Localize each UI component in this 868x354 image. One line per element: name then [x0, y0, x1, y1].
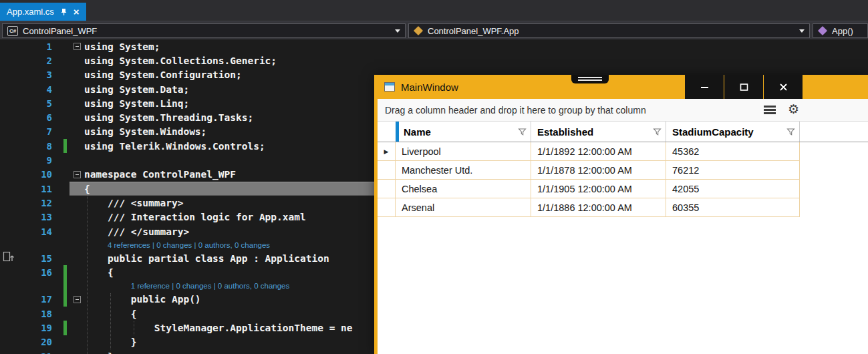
line-number[interactable]: 5	[20, 98, 52, 109]
line-number[interactable]: 17	[20, 294, 52, 305]
code-text[interactable]: /// <summary>	[84, 198, 183, 208]
breakpoint-margin[interactable]	[0, 110, 20, 124]
row-indicator-cell[interactable]	[378, 161, 396, 180]
table-cell[interactable]: 60355	[666, 198, 800, 217]
line-number[interactable]: 16	[20, 267, 52, 278]
table-cell[interactable]: Chelsea	[396, 180, 531, 198]
breakpoint-margin[interactable]	[0, 153, 20, 167]
fold-collapse-icon[interactable]	[74, 296, 81, 303]
line-number[interactable]: 1	[20, 41, 52, 52]
breakpoint-margin[interactable]	[0, 335, 20, 349]
code-text[interactable]: namespace ControlPanel_WPF	[84, 169, 236, 180]
line-number[interactable]: 15	[20, 253, 52, 264]
filter-icon[interactable]	[653, 128, 662, 136]
column-header-name[interactable]: Name	[396, 122, 531, 142]
code-text[interactable]: public App()	[84, 294, 201, 305]
breakpoint-margin[interactable]	[0, 39, 20, 53]
breakpoint-margin[interactable]	[0, 182, 20, 196]
table-row[interactable]: ▶Liverpool1/1/1892 12:00:00 AM45362	[378, 142, 868, 161]
breakpoint-margin[interactable]	[0, 265, 20, 279]
breakpoint-margin[interactable]	[0, 96, 20, 110]
breakpoint-margin[interactable]	[0, 68, 20, 82]
code-text[interactable]: StyleManager.ApplicationTheme = ne	[84, 323, 353, 333]
breakpoint-margin[interactable]	[0, 307, 20, 321]
touch-drag-handle[interactable]	[571, 75, 609, 83]
table-row[interactable]: Arsenal1/1/1886 12:00:00 AM60355	[378, 198, 868, 217]
line-number[interactable]: 14	[20, 226, 52, 237]
code-text[interactable]: }	[84, 351, 114, 354]
type-dropdown[interactable]: ControlPanel_WPF.App	[408, 23, 810, 38]
filter-icon[interactable]	[518, 128, 527, 136]
close-tab-icon[interactable]: ×	[74, 7, 80, 17]
member-dropdown[interactable]: App()	[813, 23, 868, 38]
line-number[interactable]: 4	[20, 84, 52, 95]
code-text[interactable]: {	[84, 267, 114, 278]
settings-gear-icon[interactable]: ⚙	[788, 102, 799, 116]
table-cell[interactable]: 45362	[666, 142, 800, 161]
table-row[interactable]: Chelsea1/1/1905 12:00:00 AM42055	[378, 180, 868, 198]
filter-icon[interactable]	[786, 128, 795, 136]
code-text[interactable]: using System.Linq;	[84, 98, 189, 109]
breakpoint-margin[interactable]	[0, 251, 20, 265]
table-cell[interactable]: 76212	[666, 161, 800, 180]
fold-collapse-icon[interactable]	[74, 43, 81, 50]
breakpoint-margin[interactable]	[0, 125, 20, 139]
line-number[interactable]: 11	[20, 184, 52, 194]
breakpoint-margin[interactable]	[0, 293, 20, 307]
line-number[interactable]: 18	[20, 309, 52, 319]
line-number[interactable]: 9	[20, 155, 52, 166]
code-text[interactable]: using System.Threading.Tasks;	[84, 112, 253, 123]
code-text[interactable]: using System.Configuration;	[84, 69, 242, 80]
codelens-text[interactable]: 4 references | 0 changes | 0 authors, 0 …	[84, 241, 270, 249]
column-header-established[interactable]: Established	[531, 122, 666, 142]
row-indicator-cell[interactable]: ▶	[378, 142, 396, 161]
breakpoint-margin[interactable]	[0, 238, 20, 251]
row-indicator-cell[interactable]	[378, 198, 396, 217]
group-panel[interactable]: Drag a column header and drop it here to…	[378, 99, 868, 122]
line-number[interactable]: 12	[20, 198, 52, 208]
table-row[interactable]: Manchester Utd.1/1/1878 12:00:00 AM76212	[378, 161, 868, 180]
window-titlebar[interactable]: MainWindow	[378, 75, 868, 99]
code-text[interactable]: using System.Collections.Generic;	[84, 55, 277, 66]
code-text[interactable]: /// </summary>	[84, 226, 189, 237]
code-text[interactable]: using Telerik.Windows.Controls;	[84, 141, 265, 152]
table-cell[interactable]: 1/1/1878 12:00:00 AM	[531, 161, 666, 180]
table-cell[interactable]: 1/1/1905 12:00:00 AM	[531, 180, 666, 198]
breakpoint-margin[interactable]	[0, 53, 20, 67]
fold-collapse-icon[interactable]	[74, 171, 81, 178]
maximize-button[interactable]	[724, 75, 763, 99]
code-text[interactable]: /// Interaction logic for App.xaml	[84, 212, 306, 222]
minimize-button[interactable]	[685, 75, 724, 99]
line-number[interactable]: 2	[20, 55, 52, 66]
project-dropdown[interactable]: C# ControlPanel_WPF	[2, 23, 406, 38]
breakpoint-margin[interactable]	[0, 321, 20, 335]
line-number[interactable]: 20	[20, 337, 52, 347]
code-line[interactable]: 2using System.Collections.Generic;	[0, 53, 868, 67]
code-text[interactable]: public partial class App : Application	[84, 253, 329, 264]
line-number[interactable]: 6	[20, 112, 52, 123]
code-text[interactable]: using System.Windows;	[84, 126, 206, 137]
table-cell[interactable]: 1/1/1886 12:00:00 AM	[531, 198, 666, 217]
breakpoint-margin[interactable]	[0, 224, 20, 238]
close-button[interactable]	[764, 75, 803, 99]
line-number[interactable]: 13	[20, 212, 52, 222]
breakpoint-margin[interactable]	[0, 168, 20, 182]
code-text[interactable]: }	[84, 337, 137, 347]
tab-app-xaml-cs[interactable]: App.xaml.cs ×	[0, 3, 86, 21]
table-cell[interactable]: Liverpool	[396, 142, 531, 161]
pin-icon[interactable]	[60, 8, 67, 16]
breakpoint-margin[interactable]	[0, 82, 20, 96]
column-header-stadiumcapacity[interactable]: StadiumCapacity	[666, 122, 800, 142]
breakpoint-margin[interactable]	[0, 210, 20, 224]
table-cell[interactable]: Arsenal	[396, 198, 531, 217]
row-indicator-cell[interactable]	[378, 180, 396, 198]
table-cell[interactable]: 1/1/1892 12:00:00 AM	[531, 142, 666, 161]
code-text[interactable]: {	[84, 184, 90, 194]
breakpoint-margin[interactable]	[0, 280, 20, 293]
breakpoint-margin[interactable]	[0, 349, 20, 354]
code-text[interactable]: using System;	[84, 41, 160, 52]
breakpoint-margin[interactable]	[0, 139, 20, 153]
breakpoint-margin[interactable]	[0, 196, 20, 210]
codelens-text[interactable]: 1 reference | 0 changes | 0 authors, 0 c…	[84, 282, 289, 290]
line-number[interactable]: 19	[20, 323, 52, 333]
